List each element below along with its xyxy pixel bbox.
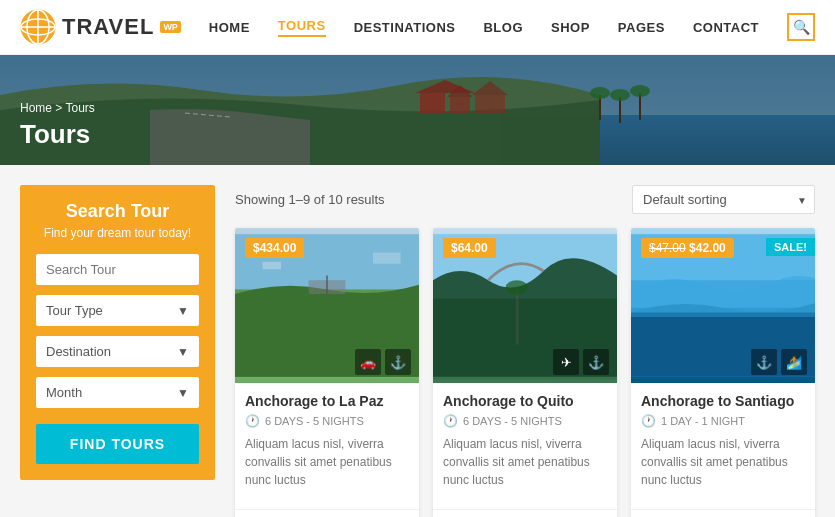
tour-duration: 🕐 6 DAYS - 5 NIGHTS	[245, 414, 409, 428]
svg-rect-25	[263, 262, 281, 269]
card-body: Anchorage to Quito 🕐 6 DAYS - 5 NIGHTS A…	[433, 383, 617, 509]
nav-home[interactable]: HOME	[209, 20, 250, 35]
search-icon: 🔍	[793, 19, 810, 35]
page-title: Tours	[20, 119, 95, 150]
search-button[interactable]: 🔍	[787, 13, 815, 41]
breadcrumb-home[interactable]: Home	[20, 101, 52, 115]
card-image-wrap: $47.00 $42.00 SALE! ⚓ 🏄	[631, 228, 815, 383]
nav-shop[interactable]: SHOP	[551, 20, 590, 35]
tour-grid-area: Showing 1–9 of 10 results Default sortin…	[235, 185, 815, 517]
card-icons: ⚓ 🏄	[751, 349, 807, 375]
logo[interactable]: TRAVEL WP	[20, 9, 181, 45]
card-icons: ✈ ⚓	[553, 349, 609, 375]
header: TRAVEL WP HOME TOURS DESTINATIONS BLOG S…	[0, 0, 835, 55]
hero-content: Home > Tours Tours	[20, 101, 95, 150]
price-badge: $434.00	[245, 238, 304, 258]
nav-contact[interactable]: CONTACT	[693, 20, 759, 35]
card-footer: ★ ★ ★ ★ ★ READ MORE	[235, 509, 419, 517]
swim-icon: 🏄	[781, 349, 807, 375]
tour-cards: $434.00 🚗 ⚓ Anchorage to La Paz 🕐 6 DAYS…	[235, 228, 815, 517]
card-image-wrap: $64.00 ✈ ⚓	[433, 228, 617, 383]
card-footer: ★ ★ ★ ★ ★ READ MORE	[433, 509, 617, 517]
main-nav: HOME TOURS DESTINATIONS BLOG SHOP PAGES …	[209, 18, 759, 37]
grid-header: Showing 1–9 of 10 results Default sortin…	[235, 185, 815, 214]
price-badge: $47.00 $42.00	[641, 238, 734, 258]
find-tours-button[interactable]: FIND TOURS	[36, 424, 199, 464]
tour-card: $47.00 $42.00 SALE! ⚓ 🏄 Anchorage to San…	[631, 228, 815, 517]
tour-title: Anchorage to Quito	[443, 393, 607, 409]
sort-select[interactable]: Default sorting Sort by popularity Sort …	[632, 185, 815, 214]
ship-icon: ⚓	[583, 349, 609, 375]
plane-icon: ✈	[553, 349, 579, 375]
tour-card: $64.00 ✈ ⚓ Anchorage to Quito 🕐 6 DAYS -…	[433, 228, 617, 517]
svg-point-30	[506, 280, 528, 295]
nav-destinations[interactable]: DESTINATIONS	[354, 20, 456, 35]
hero-banner: Home > Tours Tours	[0, 55, 835, 165]
clock-icon: 🕐	[443, 414, 458, 428]
sidebar: Search Tour Find your dream tour today! …	[20, 185, 215, 517]
ship-icon: ⚓	[751, 349, 777, 375]
sort-wrapper: Default sorting Sort by popularity Sort …	[632, 185, 815, 214]
tour-type-wrapper: Tour Type ▼	[36, 295, 199, 326]
search-widget: Search Tour Find your dream tour today! …	[20, 185, 215, 480]
breadcrumb: Home > Tours	[20, 101, 95, 115]
clock-icon: 🕐	[245, 414, 260, 428]
tour-duration: 🕐 6 DAYS - 5 NIGHTS	[443, 414, 607, 428]
card-image-wrap: $434.00 🚗 ⚓	[235, 228, 419, 383]
ship-icon: ⚓	[385, 349, 411, 375]
destination-wrapper: Destination ▼	[36, 336, 199, 367]
tour-title: Anchorage to La Paz	[245, 393, 409, 409]
old-price: $47.00	[649, 241, 686, 255]
search-widget-subtitle: Find your dream tour today!	[36, 226, 199, 240]
nav-pages[interactable]: PAGES	[618, 20, 665, 35]
nav-blog[interactable]: BLOG	[483, 20, 523, 35]
hero-background	[0, 55, 835, 165]
month-select[interactable]: Month	[36, 377, 199, 408]
tour-card: $434.00 🚗 ⚓ Anchorage to La Paz 🕐 6 DAYS…	[235, 228, 419, 517]
logo-text: TRAVEL	[62, 14, 154, 40]
tour-description: Aliquam lacus nisl, viverra convallis si…	[245, 435, 409, 489]
clock-icon: 🕐	[641, 414, 656, 428]
svg-rect-19	[0, 55, 835, 165]
sale-badge: SALE!	[766, 238, 815, 256]
svg-rect-26	[373, 253, 401, 264]
tour-type-select[interactable]: Tour Type	[36, 295, 199, 326]
month-wrapper: Month ▼	[36, 377, 199, 408]
tour-description: Aliquam lacus nisl, viverra convallis si…	[443, 435, 607, 489]
tour-title: Anchorage to Santiago	[641, 393, 805, 409]
card-body: Anchorage to Santiago 🕐 1 DAY - 1 NIGHT …	[631, 383, 815, 509]
tour-description: Aliquam lacus nisl, viverra convallis si…	[641, 435, 805, 489]
tour-duration: 🕐 1 DAY - 1 NIGHT	[641, 414, 805, 428]
logo-icon	[20, 9, 56, 45]
car-icon: 🚗	[355, 349, 381, 375]
price-badge: $64.00	[443, 238, 496, 258]
search-widget-title: Search Tour	[36, 201, 199, 222]
main-content: Search Tour Find your dream tour today! …	[0, 165, 835, 517]
breadcrumb-current: Tours	[65, 101, 94, 115]
destination-select[interactable]: Destination	[36, 336, 199, 367]
card-icons: 🚗 ⚓	[355, 349, 411, 375]
nav-tours[interactable]: TOURS	[278, 18, 326, 37]
card-body: Anchorage to La Paz 🕐 6 DAYS - 5 NIGHTS …	[235, 383, 419, 509]
search-input[interactable]	[36, 254, 199, 285]
card-footer: ★ ★ ★ ★ ★ READ MORE	[631, 509, 815, 517]
breadcrumb-sep: >	[55, 101, 65, 115]
results-count: Showing 1–9 of 10 results	[235, 192, 385, 207]
logo-wp-badge: WP	[160, 21, 181, 33]
svg-rect-29	[516, 289, 519, 344]
